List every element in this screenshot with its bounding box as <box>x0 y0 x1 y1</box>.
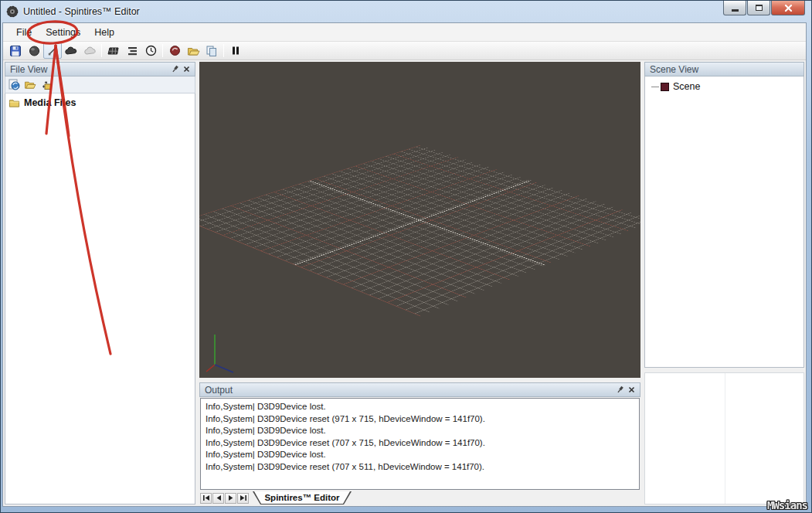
clock-button[interactable] <box>141 42 160 59</box>
output-header[interactable]: Output <box>199 382 640 397</box>
line-tool-button[interactable] <box>43 42 62 59</box>
tire-icon <box>6 5 19 18</box>
log-line: Info,System| D3D9Device lost. <box>206 449 634 461</box>
output-pin-button[interactable] <box>615 385 626 396</box>
close-button[interactable] <box>771 1 805 15</box>
scene-view-header[interactable]: Scene View <box>644 62 804 76</box>
tree-connector <box>651 87 659 87</box>
close-icon <box>628 386 635 393</box>
minimize-icon <box>732 9 739 12</box>
tab-previous-button[interactable] <box>212 493 224 504</box>
rescan-button[interactable] <box>8 79 20 90</box>
close-icon <box>784 4 793 12</box>
workspace: File View <box>3 60 806 506</box>
center-column: Output Info,System| <box>199 62 640 505</box>
file-view-close-button[interactable] <box>181 64 192 75</box>
menu-settings[interactable]: Settings <box>39 25 87 40</box>
properties-panel-empty <box>644 372 804 505</box>
toolbar-separator <box>223 44 224 57</box>
open-folder-icon <box>187 46 200 56</box>
render-sphere-icon <box>29 45 40 56</box>
open-media-folder-button[interactable] <box>184 42 202 59</box>
close-icon <box>183 66 190 73</box>
scene-view-panel: Scene View Scene <box>644 62 804 368</box>
outline-list-icon <box>127 46 138 56</box>
minimize-button[interactable] <box>723 1 746 15</box>
maximize-button[interactable] <box>747 1 770 15</box>
title-bar[interactable]: Untitled - Spintires™ Editor <box>1 1 811 22</box>
watermark: MWsians <box>767 499 807 511</box>
tree-item-media-files[interactable]: Media Files <box>8 97 192 108</box>
last-tab-icon <box>240 494 247 501</box>
add-media-icon <box>40 80 53 90</box>
log-line: Info,System| D3D9Device reset (971 x 715… <box>206 413 634 426</box>
main-toolbar <box>3 42 806 60</box>
weather-button[interactable] <box>62 42 80 59</box>
pin-icon <box>617 386 624 394</box>
scene-node-icon <box>661 83 669 91</box>
outline-list-button[interactable] <box>123 42 141 59</box>
previous-tab-icon <box>216 494 222 501</box>
add-media-button[interactable] <box>40 80 53 90</box>
tab-nav <box>199 491 251 505</box>
file-view-pin-button[interactable] <box>170 64 181 75</box>
file-view-title: File View <box>10 64 170 75</box>
maximize-icon <box>756 5 763 11</box>
ground-grid <box>199 145 640 316</box>
document-tab-strip: Spintires™ Editor <box>199 491 640 505</box>
client-area: File Settings Help <box>2 22 807 507</box>
menu-bar: File Settings Help <box>3 23 806 42</box>
rescan-globe-icon <box>8 79 20 90</box>
axis-gizmo-icon <box>204 331 236 375</box>
menu-help[interactable]: Help <box>87 25 121 40</box>
terrain-grid-icon <box>107 46 120 56</box>
log-line: Info,System| D3D9Device lost. <box>206 401 634 413</box>
tab-next-button[interactable] <box>225 493 236 504</box>
open-folder-icon <box>24 80 36 90</box>
disc-refresh-button[interactable] <box>165 42 184 59</box>
pin-icon <box>172 65 179 73</box>
media-files-label: Media Files <box>24 97 76 108</box>
save-icon <box>9 45 22 57</box>
next-tab-icon <box>228 494 234 501</box>
output-title: Output <box>205 385 615 396</box>
window-title: Untitled - Spintires™ Editor <box>23 6 140 17</box>
tab-label: Spintires™ Editor <box>264 493 339 502</box>
pause-button[interactable] <box>226 42 245 59</box>
clock-icon <box>145 45 157 56</box>
log-line: Info,System| D3D9Device reset (707 x 511… <box>206 461 634 474</box>
weather-cloud-sun-icon <box>65 45 78 56</box>
cloud-button[interactable] <box>80 42 99 59</box>
save-button[interactable] <box>6 42 25 59</box>
folder-icon <box>8 98 20 108</box>
toolbar-separator <box>101 44 102 57</box>
file-view-panel: File View <box>5 62 195 505</box>
render-sphere-button[interactable] <box>25 42 43 59</box>
file-view-toolbar <box>5 76 195 93</box>
copy-button[interactable] <box>202 42 221 59</box>
first-tab-icon <box>202 494 210 501</box>
right-column: Scene View Scene <box>644 62 804 505</box>
3d-viewport[interactable] <box>199 62 640 378</box>
menu-file[interactable]: File <box>9 25 39 40</box>
terrain-grid-button[interactable] <box>104 42 123 59</box>
toolbar-separator <box>162 44 163 57</box>
output-close-button[interactable] <box>626 385 637 396</box>
copy-pages-icon <box>206 45 218 56</box>
scene-view-title: Scene View <box>650 64 800 75</box>
tab-last-button[interactable] <box>237 493 249 504</box>
disc-refresh-icon <box>169 45 181 56</box>
output-log[interactable]: Info,System| D3D9Device lost. Info,Syste… <box>200 398 640 490</box>
log-line: Info,System| D3D9Device reset (707 x 715… <box>206 437 634 450</box>
scene-node-label: Scene <box>673 81 700 92</box>
line-tool-icon <box>47 45 59 56</box>
file-view-tree: Media Files <box>5 93 195 505</box>
tab-spintires-editor[interactable]: Spintires™ Editor <box>253 491 352 505</box>
file-view-header[interactable]: File View <box>5 62 195 76</box>
tab-first-button[interactable] <box>200 493 212 504</box>
open-folder-button[interactable] <box>24 80 36 90</box>
log-line: Info,System| D3D9Device lost. <box>206 425 634 437</box>
tree-item-scene[interactable]: Scene <box>647 81 802 92</box>
scene-tree: Scene <box>644 76 804 368</box>
cloud-icon <box>83 45 97 56</box>
